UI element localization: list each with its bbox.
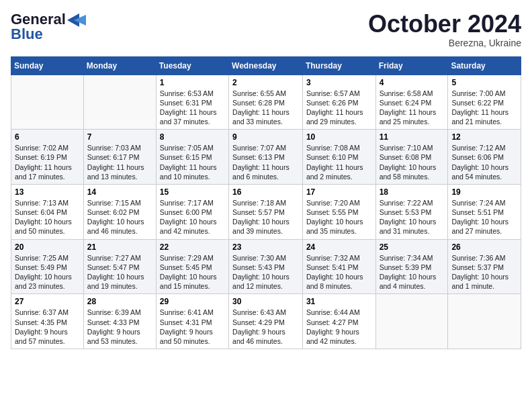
day-info: Sunrise: 7:02 AM Sunset: 6:19 PM Dayligh… xyxy=(15,143,80,181)
day-cell: 11Sunrise: 7:10 AM Sunset: 6:08 PM Dayli… xyxy=(375,130,448,185)
day-cell xyxy=(11,75,84,130)
day-cell: 5Sunrise: 7:00 AM Sunset: 6:22 PM Daylig… xyxy=(448,75,521,130)
page-header: General Blue October 2024 Berezna, Ukrai… xyxy=(11,11,521,48)
day-info: Sunrise: 7:05 AM Sunset: 6:15 PM Dayligh… xyxy=(160,143,225,181)
day-cell: 16Sunrise: 7:18 AM Sunset: 5:57 PM Dayli… xyxy=(229,184,303,239)
weekday-header-row: SundayMondayTuesdayWednesdayThursdayFrid… xyxy=(11,56,521,75)
day-cell xyxy=(375,294,448,349)
day-info: Sunrise: 6:44 AM Sunset: 4:27 PM Dayligh… xyxy=(306,308,372,346)
day-number: 27 xyxy=(15,297,80,306)
day-info: Sunrise: 7:34 AM Sunset: 5:39 PM Dayligh… xyxy=(380,253,445,291)
day-cell: 21Sunrise: 7:27 AM Sunset: 5:47 PM Dayli… xyxy=(83,239,156,294)
day-info: Sunrise: 7:13 AM Sunset: 6:04 PM Dayligh… xyxy=(15,198,80,236)
day-info: Sunrise: 7:07 AM Sunset: 6:13 PM Dayligh… xyxy=(232,143,299,181)
day-number: 5 xyxy=(451,78,517,87)
month-title: October 2024 xyxy=(368,11,521,38)
day-info: Sunrise: 7:25 AM Sunset: 5:49 PM Dayligh… xyxy=(15,253,80,291)
day-number: 26 xyxy=(451,242,517,252)
day-number: 19 xyxy=(451,187,517,197)
day-info: Sunrise: 7:17 AM Sunset: 6:00 PM Dayligh… xyxy=(160,198,225,236)
day-number: 30 xyxy=(232,297,299,306)
day-number: 23 xyxy=(232,242,299,252)
weekday-header-tuesday: Tuesday xyxy=(156,56,228,75)
day-cell: 1Sunrise: 6:53 AM Sunset: 6:31 PM Daylig… xyxy=(156,75,228,130)
day-info: Sunrise: 7:08 AM Sunset: 6:10 PM Dayligh… xyxy=(306,143,372,181)
day-number: 28 xyxy=(87,297,152,306)
day-cell: 10Sunrise: 7:08 AM Sunset: 6:10 PM Dayli… xyxy=(302,130,375,185)
day-info: Sunrise: 6:55 AM Sunset: 6:28 PM Dayligh… xyxy=(232,89,299,127)
day-number: 17 xyxy=(306,187,372,197)
day-info: Sunrise: 6:53 AM Sunset: 6:31 PM Dayligh… xyxy=(160,89,225,127)
day-cell: 4Sunrise: 6:58 AM Sunset: 6:24 PM Daylig… xyxy=(375,75,448,130)
day-number: 13 xyxy=(15,187,80,197)
day-cell: 29Sunrise: 6:41 AM Sunset: 4:31 PM Dayli… xyxy=(156,294,228,349)
logo: General Blue xyxy=(11,11,87,43)
location: Berezna, Ukraine xyxy=(368,38,521,48)
day-cell: 25Sunrise: 7:34 AM Sunset: 5:39 PM Dayli… xyxy=(375,239,448,294)
day-info: Sunrise: 6:57 AM Sunset: 6:26 PM Dayligh… xyxy=(306,89,372,127)
day-cell: 30Sunrise: 6:43 AM Sunset: 4:29 PM Dayli… xyxy=(229,294,303,349)
day-info: Sunrise: 7:30 AM Sunset: 5:43 PM Dayligh… xyxy=(232,253,299,291)
day-cell: 9Sunrise: 7:07 AM Sunset: 6:13 PM Daylig… xyxy=(229,130,303,185)
day-info: Sunrise: 6:43 AM Sunset: 4:29 PM Dayligh… xyxy=(232,308,299,346)
day-number: 29 xyxy=(160,297,225,306)
day-number: 31 xyxy=(306,297,372,306)
day-info: Sunrise: 7:10 AM Sunset: 6:08 PM Dayligh… xyxy=(380,143,445,181)
day-info: Sunrise: 7:32 AM Sunset: 5:41 PM Dayligh… xyxy=(306,253,372,291)
day-number: 4 xyxy=(380,78,445,87)
day-number: 7 xyxy=(87,132,152,142)
day-cell: 3Sunrise: 6:57 AM Sunset: 6:26 PM Daylig… xyxy=(302,75,375,130)
weekday-header-wednesday: Wednesday xyxy=(229,56,303,75)
day-number: 9 xyxy=(232,132,299,142)
day-info: Sunrise: 7:00 AM Sunset: 6:22 PM Dayligh… xyxy=(451,89,517,127)
day-cell: 14Sunrise: 7:15 AM Sunset: 6:02 PM Dayli… xyxy=(83,184,156,239)
day-number: 21 xyxy=(87,242,152,252)
day-cell: 7Sunrise: 7:03 AM Sunset: 6:17 PM Daylig… xyxy=(83,130,156,185)
day-cell: 19Sunrise: 7:24 AM Sunset: 5:51 PM Dayli… xyxy=(448,184,521,239)
day-number: 18 xyxy=(380,187,445,197)
day-cell: 17Sunrise: 7:20 AM Sunset: 5:55 PM Dayli… xyxy=(302,184,375,239)
day-info: Sunrise: 6:39 AM Sunset: 4:33 PM Dayligh… xyxy=(87,308,152,346)
day-number: 24 xyxy=(306,242,372,252)
day-cell: 6Sunrise: 7:02 AM Sunset: 6:19 PM Daylig… xyxy=(11,130,84,185)
week-row-5: 27Sunrise: 6:37 AM Sunset: 4:35 PM Dayli… xyxy=(11,294,521,349)
day-number: 2 xyxy=(232,78,299,87)
day-info: Sunrise: 7:22 AM Sunset: 5:53 PM Dayligh… xyxy=(380,198,445,236)
day-info: Sunrise: 6:41 AM Sunset: 4:31 PM Dayligh… xyxy=(160,308,225,346)
week-row-4: 20Sunrise: 7:25 AM Sunset: 5:49 PM Dayli… xyxy=(11,239,521,294)
day-info: Sunrise: 7:36 AM Sunset: 5:37 PM Dayligh… xyxy=(451,253,517,291)
day-number: 22 xyxy=(160,242,225,252)
weekday-header-thursday: Thursday xyxy=(302,56,375,75)
week-row-2: 6Sunrise: 7:02 AM Sunset: 6:19 PM Daylig… xyxy=(11,130,521,185)
day-cell xyxy=(83,75,156,130)
day-cell: 8Sunrise: 7:05 AM Sunset: 6:15 PM Daylig… xyxy=(156,130,228,185)
logo-text-blue: Blue xyxy=(11,26,43,43)
day-cell: 18Sunrise: 7:22 AM Sunset: 5:53 PM Dayli… xyxy=(375,184,448,239)
day-number: 12 xyxy=(451,132,517,142)
day-number: 15 xyxy=(160,187,225,197)
day-cell: 20Sunrise: 7:25 AM Sunset: 5:49 PM Dayli… xyxy=(11,239,84,294)
day-number: 1 xyxy=(160,78,225,87)
day-info: Sunrise: 7:20 AM Sunset: 5:55 PM Dayligh… xyxy=(306,198,372,236)
day-cell: 12Sunrise: 7:12 AM Sunset: 6:06 PM Dayli… xyxy=(448,130,521,185)
day-number: 11 xyxy=(380,132,445,142)
day-number: 10 xyxy=(306,132,372,142)
day-info: Sunrise: 6:58 AM Sunset: 6:24 PM Dayligh… xyxy=(380,89,445,127)
weekday-header-saturday: Saturday xyxy=(448,56,521,75)
day-info: Sunrise: 6:37 AM Sunset: 4:35 PM Dayligh… xyxy=(15,308,80,346)
day-number: 14 xyxy=(87,187,152,197)
day-number: 20 xyxy=(15,242,80,252)
day-info: Sunrise: 7:03 AM Sunset: 6:17 PM Dayligh… xyxy=(87,143,152,181)
day-cell: 23Sunrise: 7:30 AM Sunset: 5:43 PM Dayli… xyxy=(229,239,303,294)
day-cell: 15Sunrise: 7:17 AM Sunset: 6:00 PM Dayli… xyxy=(156,184,228,239)
day-cell xyxy=(448,294,521,349)
day-number: 6 xyxy=(15,132,80,142)
day-cell: 13Sunrise: 7:13 AM Sunset: 6:04 PM Dayli… xyxy=(11,184,84,239)
day-number: 8 xyxy=(160,132,225,142)
day-info: Sunrise: 7:24 AM Sunset: 5:51 PM Dayligh… xyxy=(451,198,517,236)
day-cell: 2Sunrise: 6:55 AM Sunset: 6:28 PM Daylig… xyxy=(229,75,303,130)
weekday-header-monday: Monday xyxy=(83,56,156,75)
day-info: Sunrise: 7:12 AM Sunset: 6:06 PM Dayligh… xyxy=(451,143,517,181)
day-info: Sunrise: 7:29 AM Sunset: 5:45 PM Dayligh… xyxy=(160,253,225,291)
week-row-3: 13Sunrise: 7:13 AM Sunset: 6:04 PM Dayli… xyxy=(11,184,521,239)
